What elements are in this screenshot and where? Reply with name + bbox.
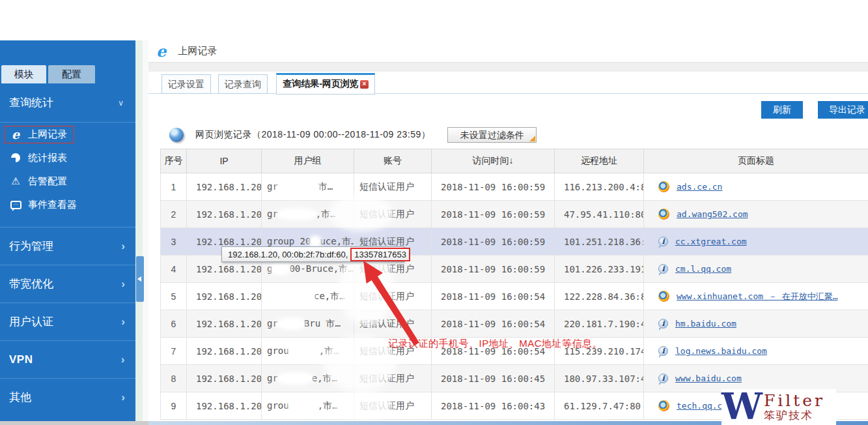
table-row[interactable]: 5 192.168.1.20 ce,市… 短信认证用户 2018-11-09 1… xyxy=(161,283,868,310)
filter-condition-button[interactable]: 未设置过滤条件 xyxy=(447,127,537,143)
cell-no: 6 xyxy=(161,310,187,338)
sidebar-group-behavior[interactable]: 行为管理 › xyxy=(0,227,135,265)
event-viewer-icon: ⋯ xyxy=(8,201,23,209)
watermark: W Filter 笨驴技术 xyxy=(721,389,836,425)
ie-icon: e xyxy=(8,129,23,139)
sidebar-item-label: 上网记录 xyxy=(28,128,67,141)
group-suf: 00-Bruce,市… xyxy=(289,263,353,274)
table-row[interactable]: 2 192.168.1.20 gr,市… 短信认证用户 2018-11-09 1… xyxy=(161,201,868,228)
sidebar-group-bandwidth[interactable]: 带宽优化 › xyxy=(0,265,135,302)
page-link[interactable]: ads.ce.cn xyxy=(677,182,722,192)
page-link[interactable]: www.baidu.com xyxy=(675,374,742,383)
cell-account: 短信认证用户 xyxy=(354,173,432,201)
wifi-icon[interactable] xyxy=(861,14,868,27)
sidebar-collapse-handle[interactable] xyxy=(136,256,144,302)
group-pre: gr xyxy=(267,181,278,192)
page-link[interactable]: cm.l.qq.com xyxy=(675,264,731,274)
sidebar-item-report[interactable]: 统计报表 xyxy=(0,146,135,169)
app-logo: WSG-500E xyxy=(16,6,130,31)
export-records-button[interactable]: 导出记录 xyxy=(818,101,868,119)
sidebar-item-label: 告警配置 xyxy=(28,175,67,188)
breadcrumb: e 上网记录 xyxy=(148,40,868,63)
cell-usergroup: gr市… xyxy=(262,173,354,201)
group-pre: grou xyxy=(267,400,289,411)
table-row[interactable]: 1 192.168.1.20 gr市… 短信认证用户 2018-11-09 16… xyxy=(161,173,868,201)
group-smudge xyxy=(278,374,312,383)
col-access-time-sorted[interactable]: 访问时间↓ xyxy=(432,149,555,173)
refresh-button[interactable]: 刷新 xyxy=(761,101,803,119)
tab-record-query[interactable]: 记录查询 xyxy=(218,74,268,94)
cell-ip: 192.168.1.20 xyxy=(187,173,262,201)
cell-ip: 192.168.1.20 xyxy=(187,392,262,420)
page-link[interactable]: hm.baidu.com xyxy=(675,319,736,329)
sidebar-tab-modules[interactable]: 模块 xyxy=(1,65,46,83)
cell-no: 3 xyxy=(161,228,187,256)
page-link[interactable]: www.xinhuanet.com － 在开放中汇聚… xyxy=(677,291,838,302)
cell-remote: 122.228.84.36:80 xyxy=(555,283,644,310)
cell-usergroup: grBru 市… xyxy=(262,310,354,338)
col-usergroup[interactable]: 用户组 xyxy=(262,149,354,173)
cell-remote: 101.251.218.36:443 xyxy=(555,228,644,256)
info-icon: i xyxy=(658,319,668,329)
group-smudge xyxy=(278,319,304,328)
group-suf: ,市… xyxy=(316,209,336,219)
result-summary: 网页浏览记录（2018-11-09 00:00--2018-11-09 23:5… xyxy=(195,129,430,141)
sidebar-group-other[interactable]: 其他 › xyxy=(0,378,135,416)
col-ip[interactable]: IP xyxy=(187,149,262,173)
sidebar-item-event-viewer[interactable]: ⋯ 事件查看器 xyxy=(0,193,135,216)
tab-record-settings[interactable]: 记录设置 xyxy=(161,74,211,94)
sidebar-group-label: 其他 xyxy=(9,390,31,405)
tab-query-result-active[interactable]: 查询结果-网页浏览× xyxy=(276,73,375,95)
group-suf: ce,市… xyxy=(314,291,345,301)
group-smudge xyxy=(289,347,319,355)
sidebar-section-query-stats[interactable]: 查询统计 ∨ xyxy=(0,83,135,123)
cell-usergroup: ce,市… xyxy=(262,283,354,310)
cell-time: 2018-11-09 16:00:45 xyxy=(432,365,555,392)
col-page-title[interactable]: 页面标题 xyxy=(644,149,868,173)
sidebar-group-auth[interactable]: 用户认证 › xyxy=(0,302,135,340)
firefox-icon xyxy=(658,291,669,302)
sidebar-item-alerts[interactable]: ⚠ 告警配置 xyxy=(0,169,135,193)
annotation-arrow xyxy=(355,257,427,350)
table-row[interactable]: 6 192.168.1.20 grBru 市… 短信认证用户 2018-11-0… xyxy=(161,310,868,338)
home-icon[interactable] xyxy=(843,13,858,29)
header-bar: WSG-500E Enterprise xyxy=(0,0,868,40)
cell-usergroup: grou,市… xyxy=(262,338,354,365)
cell-remote: 101.226.233.191:443 xyxy=(555,256,644,283)
group-pre: gr xyxy=(267,318,278,329)
group-pre: gr xyxy=(267,373,278,383)
firefox-icon xyxy=(658,400,669,411)
selected-item-red-outline: e 上网记录 xyxy=(4,126,74,143)
sidebar-submenu: e 上网记录 统计报表 ⚠ 告警配置 ⋯ 事件查看器 xyxy=(0,123,135,216)
col-remote-address[interactable]: 远程地址 xyxy=(555,149,644,173)
cell-ip: 192.168.1.20 xyxy=(187,283,262,310)
cell-remote: 180.97.33.107:443 xyxy=(555,365,644,392)
close-icon[interactable]: × xyxy=(360,80,369,89)
chevron-right-icon: › xyxy=(121,278,125,291)
firefox-icon xyxy=(658,181,669,192)
cell-time: 2018-11-09 16:00:54 xyxy=(432,283,555,310)
info-icon: i xyxy=(658,237,668,246)
sidebar-tab-config[interactable]: 配置 xyxy=(48,65,95,83)
page-link[interactable]: ad.wang502.com xyxy=(677,209,748,219)
sidebar-item-internet-records[interactable]: e 上网记录 xyxy=(0,123,135,146)
sidebar-group-label: VPN xyxy=(9,353,33,366)
cell-account: 短信认证用户 xyxy=(354,201,432,228)
firefox-icon xyxy=(658,209,669,220)
col-account[interactable]: 账号 xyxy=(354,149,432,173)
sidebar-group-label: 用户认证 xyxy=(9,314,53,329)
sidebar-tabs: 模块 配置 xyxy=(1,65,95,83)
sidebar-group-vpn[interactable]: VPN › xyxy=(0,340,135,378)
cell-no: 5 xyxy=(161,283,187,310)
page-link[interactable]: log.news.baidu.com xyxy=(675,346,767,356)
bottom-strip-left xyxy=(0,421,148,425)
query-tab-strip: 记录设置 记录查询 查询结果-网页浏览× xyxy=(161,72,375,94)
cell-remote: 61.129.7.47:80 xyxy=(555,392,644,420)
col-no[interactable]: 序号 xyxy=(161,149,187,173)
page-link[interactable]: cc.xtgreat.com xyxy=(675,237,747,246)
page-title: 上网记录 xyxy=(178,45,217,57)
cell-no: 7 xyxy=(161,338,187,365)
group-smudge xyxy=(311,237,320,246)
chevron-right-icon: › xyxy=(121,315,125,329)
globe-icon xyxy=(169,128,184,142)
